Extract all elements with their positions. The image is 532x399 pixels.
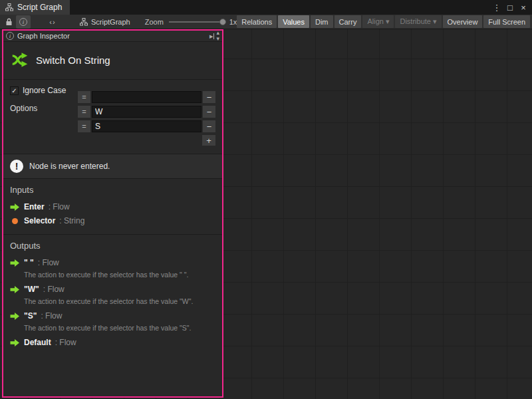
info-icon: i xyxy=(19,18,27,26)
port-type: : Flow xyxy=(41,311,62,321)
inputs-section: Inputs Enter : Flow Selector : String xyxy=(3,179,222,235)
graph-breadcrumb-label: ScriptGraph xyxy=(91,18,130,26)
input-port-selector: Selector : String xyxy=(10,216,215,225)
port-description: The action to execute if the selector ha… xyxy=(24,324,215,332)
port-name: "W" xyxy=(24,285,39,294)
maximize-icon[interactable]: □ xyxy=(504,3,516,13)
port-type: : Flow xyxy=(49,202,70,211)
remove-option-button[interactable]: − xyxy=(203,91,215,103)
inputs-heading: Inputs xyxy=(10,185,215,195)
zoom-slider-knob[interactable] xyxy=(219,19,226,25)
script-graph-icon xyxy=(80,18,88,26)
flow-port-icon xyxy=(10,203,20,211)
option-value-input[interactable] xyxy=(92,91,201,103)
option-row: = − xyxy=(78,120,215,132)
flow-port-icon xyxy=(10,339,20,346)
distribute-dropdown[interactable]: Distribute ▾ xyxy=(395,15,441,28)
relations-button[interactable]: Relations xyxy=(237,15,277,28)
drag-handle-icon[interactable]: = xyxy=(78,91,90,103)
port-description: The action to execute if the selector ha… xyxy=(24,271,215,279)
close-icon[interactable]: × xyxy=(517,3,529,13)
flow-port-icon xyxy=(10,286,20,293)
options-list: = − = − = − + xyxy=(78,86,215,146)
dim-button[interactable]: Dim xyxy=(311,15,333,28)
scroll-down-icon[interactable]: ▾ xyxy=(216,36,219,42)
inspector-header: i Graph Inspector ▸ ▴ ▾ xyxy=(3,31,222,42)
output-port-w: "W" : Flow xyxy=(10,285,215,294)
outputs-heading: Outputs xyxy=(10,241,215,251)
inspector-toggle-button[interactable]: i xyxy=(16,15,31,29)
port-name: " " xyxy=(24,258,34,267)
warning-icon: ! xyxy=(10,160,23,173)
drag-handle-icon[interactable]: = xyxy=(78,106,90,118)
window-tab-bar: Script Graph ⋮ □ × xyxy=(0,0,532,15)
fullscreen-button[interactable]: Full Screen xyxy=(483,15,530,28)
info-icon: i xyxy=(6,32,14,40)
port-type: : Flow xyxy=(43,285,65,294)
window-menu-icon[interactable]: ⋮ xyxy=(491,3,503,13)
port-name: Selector xyxy=(24,216,55,225)
warning-text: Node is never entered. xyxy=(29,162,110,171)
string-port-icon xyxy=(12,218,18,224)
option-value-input[interactable] xyxy=(92,106,201,118)
values-button[interactable]: Values xyxy=(278,15,309,28)
output-port-s: "S" : Flow xyxy=(10,311,215,321)
zoom-slider[interactable] xyxy=(169,18,225,26)
port-type: : Flow xyxy=(38,258,59,267)
port-name: "S" xyxy=(24,311,37,321)
edit-script-button[interactable]: ‹› xyxy=(45,15,60,29)
option-row: = − xyxy=(78,91,215,103)
zoom-label: Zoom xyxy=(145,18,164,26)
zoom-value: 1x xyxy=(229,18,237,26)
lock-button[interactable] xyxy=(1,15,16,29)
script-graph-icon xyxy=(5,3,13,11)
remove-option-button[interactable]: − xyxy=(203,106,215,118)
options-label: Options xyxy=(10,104,78,113)
port-type: : String xyxy=(59,216,84,225)
tab-label: Script Graph xyxy=(17,3,62,12)
inspector-node-title-section: Switch On String xyxy=(3,42,222,80)
output-port-default: Default : Flow xyxy=(10,338,215,347)
warning-banner: ! Node is never entered. xyxy=(3,154,222,179)
toolbar-button-group: Relations Values Dim Carry Align ▾ Distr… xyxy=(237,15,531,28)
graph-toolbar: i ‹› ScriptGraph Zoom 1x Relations Value… xyxy=(0,15,532,29)
overview-button[interactable]: Overview xyxy=(443,15,483,28)
port-name: Enter xyxy=(24,202,45,211)
ignore-case-checkbox[interactable]: ✓ xyxy=(10,86,19,95)
remove-option-button[interactable]: − xyxy=(203,120,215,132)
zoom-slider-track xyxy=(169,21,225,23)
inspector-title: Graph Inspector xyxy=(17,32,70,40)
tab-script-graph[interactable]: Script Graph xyxy=(0,0,70,15)
graph-breadcrumb[interactable]: ScriptGraph xyxy=(80,18,130,26)
node-settings-section: ✓ Ignore Case Options = − = − = xyxy=(3,80,222,154)
drag-handle-icon[interactable]: = xyxy=(78,120,90,132)
inspector-node-title: Switch On String xyxy=(36,55,110,66)
outputs-section: Outputs " " : Flow The action to execute… xyxy=(3,235,222,356)
carry-button[interactable]: Carry xyxy=(334,15,362,28)
graph-inspector-panel: i Graph Inspector ▸ ▴ ▾ Switch On String xyxy=(2,29,223,398)
port-name: Default xyxy=(24,338,51,347)
flow-port-icon xyxy=(10,259,20,267)
ignore-case-label: Ignore Case xyxy=(23,86,66,95)
dock-icon[interactable]: ▸ xyxy=(209,33,215,39)
option-value-input[interactable] xyxy=(92,120,201,132)
window-controls: ⋮ □ × xyxy=(491,0,532,15)
input-port-enter: Enter : Flow xyxy=(10,202,215,211)
align-dropdown[interactable]: Align ▾ xyxy=(362,15,394,28)
flow-port-icon xyxy=(10,313,20,320)
lock-icon xyxy=(5,18,13,26)
port-description: The action to execute if the selector ha… xyxy=(24,297,215,305)
output-port-space: " " : Flow xyxy=(10,258,215,267)
option-row: = − xyxy=(78,106,215,118)
add-option-button[interactable]: + xyxy=(202,135,215,146)
switch-icon xyxy=(10,50,30,70)
port-type: : Flow xyxy=(55,338,76,347)
